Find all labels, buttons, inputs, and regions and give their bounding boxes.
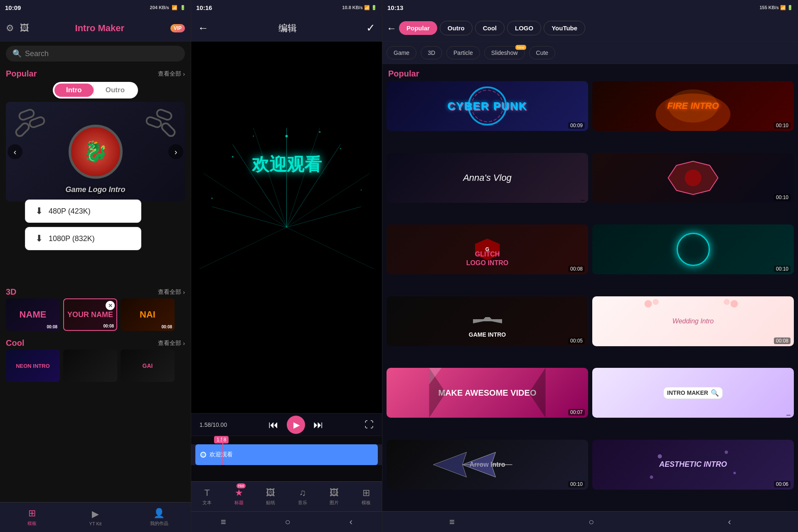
- panel2-nav-image[interactable]: 🖼 图片: [318, 482, 350, 511]
- nav-yt-kit[interactable]: ▶ YT Kit: [64, 502, 127, 532]
- cool-thumb-gai[interactable]: GAI: [121, 350, 175, 382]
- timeline-area[interactable]: 1.58 欢迎观看: [191, 436, 382, 481]
- 3d-thumb-name[interactable]: NAME 00:08: [6, 298, 60, 331]
- next-frame-btn[interactable]: ⏭: [313, 419, 323, 431]
- category-outro[interactable]: Outro: [440, 21, 473, 35]
- panel2-nav-music[interactable]: ♫ 音乐: [287, 482, 319, 511]
- main-thumbnail[interactable]: 🐉 Game Logo Intro ‹ ›: [6, 102, 185, 202]
- tab-3d[interactable]: 3D: [421, 46, 442, 59]
- dragon-circle: 🐉: [69, 125, 123, 179]
- template-wedding[interactable]: Wedding Intro 00:08: [592, 296, 794, 346]
- tmpl-canvas-teal: [592, 224, 794, 274]
- next-arrow[interactable]: ›: [168, 144, 183, 159]
- back-icon[interactable]: ←: [198, 22, 209, 34]
- panel3-system-nav: ≡ ○ ‹: [382, 511, 798, 532]
- category-cool[interactable]: Cool: [475, 21, 505, 35]
- nav-templates[interactable]: ⊞ 模板: [0, 502, 64, 532]
- game-intro-label: GAME INTRO: [387, 331, 588, 338]
- template-game-intro[interactable]: GAME INTRO 00:05: [387, 296, 588, 346]
- panel1-header: ⚙ 🖼 Intro Maker VIP: [0, 15, 191, 42]
- 3d-thumb-label: NAME: [20, 309, 47, 320]
- tab-cute[interactable]: Cute: [529, 46, 556, 59]
- category-popular[interactable]: Popular: [399, 21, 437, 35]
- gallery-icon[interactable]: 🖼: [20, 23, 29, 34]
- 3d-view-all[interactable]: 查看全部 ›: [158, 288, 185, 296]
- cool-thumb-neon[interactable]: NEON INTRO: [6, 350, 60, 382]
- fullscreen-btn[interactable]: ⛶: [365, 419, 374, 430]
- tab-particle[interactable]: Particle: [446, 46, 480, 59]
- nav-my-works[interactable]: 👤 我的作品: [127, 502, 191, 532]
- svg-point-24: [653, 299, 658, 305]
- back-nav-icon[interactable]: ‹: [350, 517, 352, 527]
- search-input[interactable]: [25, 49, 178, 58]
- 3d-thumb-your-name-label: YOUR NAME: [67, 310, 113, 319]
- panel2-nav-template[interactable]: ⊞ 模板: [350, 482, 382, 511]
- 3d-thumb-your-name-time: 00:08: [103, 324, 114, 328]
- svg-point-15: [286, 135, 288, 137]
- 3d-thumb-nai[interactable]: NAI 00:08: [121, 298, 175, 331]
- template-awesome[interactable]: MAKE AWESOME VIDEO 00:07: [387, 368, 588, 418]
- panel3-back-icon[interactable]: ←: [387, 22, 397, 34]
- panel2-nav-title[interactable]: Hot ★ 标题: [223, 482, 255, 511]
- category-youtube[interactable]: YouTube: [544, 21, 585, 35]
- cool-view-all[interactable]: 查看全部 ›: [158, 340, 185, 347]
- tab-slideshow[interactable]: Slideshow New: [484, 46, 525, 59]
- svg-line-2: [212, 207, 287, 227]
- intro-tab[interactable]: Intro: [54, 84, 94, 97]
- edit-title: 编辑: [209, 22, 366, 34]
- teal-time: 00:10: [774, 266, 791, 272]
- prev-frame-btn[interactable]: ⏮: [268, 419, 278, 431]
- fire-time: 00:10: [774, 122, 791, 129]
- cyberpunk-time: 00:09: [568, 122, 585, 129]
- svg-point-13: [211, 197, 213, 199]
- hamburger-icon[interactable]: ≡: [221, 517, 226, 527]
- template-arrow[interactable]: Arrow Intro 00:10: [387, 440, 588, 490]
- template-cyberpunk[interactable]: CYBER PUNK 00:09: [387, 81, 588, 131]
- panel3-time: 10:13: [387, 4, 759, 11]
- outro-tab[interactable]: Outro: [94, 84, 136, 97]
- panel2-time: 10:16: [196, 4, 342, 11]
- 3d-thumb-your-name[interactable]: YOUR NAME 00:08 ✕: [63, 298, 117, 331]
- download-1080p[interactable]: ⬇ 1080P (832K): [25, 227, 141, 250]
- template-glitch[interactable]: G GLITCHLOGO INTRO 00:08: [387, 224, 588, 274]
- panel2-nav-sticker[interactable]: 🖼 贴纸: [255, 482, 287, 511]
- tmpl-canvas-awesome: MAKE AWESOME VIDEO: [387, 368, 588, 418]
- tmpl-canvas-aesthetic: AESTHETIC INTRO: [592, 440, 794, 490]
- template-dark-fighter[interactable]: 00:10: [592, 153, 794, 203]
- home-icon[interactable]: ○: [285, 517, 291, 527]
- p3-back-icon[interactable]: ‹: [728, 517, 731, 527]
- template-anna[interactable]: Anna's Vlog: [387, 153, 588, 203]
- search-icon: 🔍: [12, 49, 22, 58]
- tmpl-canvas-cyberpunk: CYBER PUNK: [387, 81, 588, 131]
- video-chinese-text: 欢迎观看: [252, 153, 322, 176]
- check-icon[interactable]: ✓: [366, 22, 375, 34]
- svg-marker-28: [529, 368, 546, 418]
- tmpl-canvas-dark-fighter: [592, 153, 794, 203]
- svg-line-5: [287, 227, 374, 269]
- template-teal[interactable]: 00:10: [592, 224, 794, 274]
- download-480p[interactable]: ⬇ 480P (423K): [25, 200, 141, 223]
- category-logo[interactable]: LOGO: [507, 21, 541, 35]
- image-icon: 🖼: [330, 488, 339, 498]
- prev-arrow[interactable]: ‹: [7, 144, 22, 159]
- vip-badge[interactable]: VIP: [170, 24, 185, 32]
- thumb-close-btn[interactable]: ✕: [106, 301, 115, 310]
- gear-icon[interactable]: ⚙: [6, 23, 14, 34]
- template-aesthetic[interactable]: AESTHETIC INTRO 00:06: [592, 440, 794, 490]
- template-fire[interactable]: FIRE INTRO 00:10: [592, 81, 794, 131]
- cool-thumb-road[interactable]: [63, 350, 117, 382]
- template-intro-maker[interactable]: INTRO MAKER 🔍: [592, 368, 794, 418]
- p3-hamburger-icon[interactable]: ≡: [449, 517, 455, 527]
- chevron-right-icon: ›: [183, 71, 185, 77]
- panel2-nav-text[interactable]: T 文本: [191, 482, 223, 511]
- tmpl-canvas-game-intro: GAME INTRO: [387, 296, 588, 346]
- svg-line-7: [287, 128, 320, 227]
- fire-bg-svg: [592, 81, 794, 131]
- play-pause-btn[interactable]: ▶: [287, 416, 305, 434]
- panel2-editor: 10:16 10.8 KB/s 📶 🔋 ← 编辑 ✓: [191, 0, 382, 532]
- search-bar[interactable]: 🔍: [6, 46, 185, 62]
- p3-home-icon[interactable]: ○: [589, 517, 594, 527]
- popular-view-all[interactable]: 查看全部 ›: [158, 70, 185, 78]
- tab-game[interactable]: Game: [387, 46, 416, 59]
- download-icon: ⬇: [35, 206, 43, 217]
